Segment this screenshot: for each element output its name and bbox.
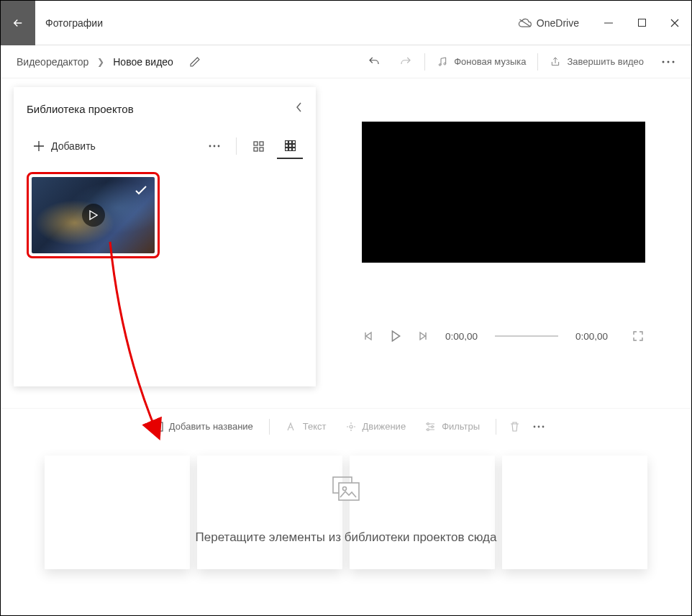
svg-rect-11 xyxy=(260,142,263,145)
svg-point-30 xyxy=(542,425,545,427)
main-area: Библиотека проектов Добавить xyxy=(1,78,691,392)
text-icon xyxy=(286,422,297,432)
expand-icon xyxy=(632,330,644,342)
more-horizontal-icon xyxy=(209,145,220,148)
time-current: 0:00,00 xyxy=(445,331,478,342)
svg-point-2 xyxy=(440,63,442,65)
svg-point-24 xyxy=(350,425,352,428)
close-button[interactable] xyxy=(658,1,691,45)
next-frame-button[interactable] xyxy=(418,331,428,341)
svg-rect-1 xyxy=(638,19,645,27)
playback-controls: 0:00,00 0:00,00 xyxy=(363,330,644,342)
more-horizontal-icon xyxy=(662,60,675,63)
rename-button[interactable] xyxy=(179,47,211,76)
minimize-icon xyxy=(604,19,613,27)
media-thumbnail[interactable] xyxy=(32,177,155,253)
collapse-library-button[interactable] xyxy=(296,101,303,116)
video-preview[interactable] xyxy=(362,122,645,263)
plus-icon xyxy=(34,141,44,151)
svg-point-9 xyxy=(218,145,220,148)
preview-pane: 0:00,00 0:00,00 xyxy=(316,78,691,392)
storyboard-slot[interactable] xyxy=(45,456,190,569)
grid-3x3-icon xyxy=(285,140,296,151)
maximize-icon xyxy=(638,19,646,27)
storyboard-slot[interactable] xyxy=(197,456,342,569)
filters-icon xyxy=(424,422,436,432)
motion-label: Движение xyxy=(363,421,406,432)
title-bar: Фотографии OneDrive xyxy=(1,1,691,45)
svg-point-28 xyxy=(534,425,536,427)
music-label: Фоновая музыка xyxy=(454,56,526,67)
back-button[interactable] xyxy=(1,1,35,45)
svg-point-8 xyxy=(214,145,216,148)
filters-button[interactable]: Фильтры xyxy=(417,417,487,436)
finish-video-button[interactable]: Завершить видео xyxy=(541,56,652,68)
close-icon xyxy=(670,19,679,27)
storyboard-slot[interactable] xyxy=(350,456,495,569)
add-title-card-button[interactable]: Добавить название xyxy=(143,417,260,436)
music-icon xyxy=(437,56,448,68)
svg-rect-18 xyxy=(288,144,291,147)
redo-icon xyxy=(399,55,412,68)
svg-rect-19 xyxy=(292,144,295,147)
svg-rect-15 xyxy=(288,140,291,143)
svg-rect-20 xyxy=(285,148,288,150)
undo-icon xyxy=(368,55,381,68)
onedrive-button[interactable]: OneDrive xyxy=(505,17,592,29)
svg-point-7 xyxy=(209,145,211,148)
arrow-left-icon xyxy=(12,17,24,30)
fullscreen-button[interactable] xyxy=(632,330,644,342)
redo-button[interactable] xyxy=(390,47,422,76)
more-horizontal-icon xyxy=(533,425,545,428)
check-icon xyxy=(135,186,147,196)
minimize-button[interactable] xyxy=(592,1,625,45)
finish-label: Завершить видео xyxy=(567,56,644,67)
text-button[interactable]: Текст xyxy=(278,417,334,436)
grid-small-button[interactable] xyxy=(277,133,303,159)
more-button[interactable] xyxy=(652,47,684,76)
app-title: Фотографии xyxy=(45,17,103,29)
svg-rect-14 xyxy=(285,140,288,143)
editor-toolbar: Видеоредактор ❯ Новое видео Фоновая музы… xyxy=(1,45,691,78)
chevron-left-icon xyxy=(296,101,303,113)
storyboard-empty-icon xyxy=(330,476,362,506)
background-music-button[interactable]: Фоновая музыка xyxy=(428,56,534,68)
library-title: Библиотека проектов xyxy=(27,103,134,115)
maximize-button[interactable] xyxy=(625,1,658,45)
play-icon xyxy=(391,330,401,342)
play-overlay xyxy=(82,204,105,227)
svg-rect-10 xyxy=(254,142,258,145)
breadcrumb-root-label: Видеоредактор xyxy=(17,56,88,68)
svg-rect-22 xyxy=(292,148,295,150)
svg-point-4 xyxy=(663,60,665,63)
media-thumbnail-highlight xyxy=(27,172,160,258)
svg-point-6 xyxy=(673,60,675,63)
undo-button[interactable] xyxy=(358,47,390,76)
svg-point-29 xyxy=(538,425,540,427)
motion-icon xyxy=(345,421,357,432)
add-label: Добавить xyxy=(51,140,96,152)
play-icon xyxy=(89,210,98,220)
library-more-button[interactable] xyxy=(201,133,227,159)
play-button[interactable] xyxy=(391,330,401,342)
breadcrumb-root[interactable]: Видеоредактор xyxy=(11,52,94,72)
storyboard[interactable]: Перетащите элементы из библиотеки проект… xyxy=(1,444,691,602)
storyboard-slot[interactable] xyxy=(502,456,647,569)
media-stack-icon xyxy=(330,476,362,503)
svg-rect-13 xyxy=(260,148,263,151)
grid-large-button[interactable] xyxy=(245,133,271,159)
delete-button[interactable] xyxy=(505,417,524,437)
add-media-button[interactable]: Добавить xyxy=(27,136,103,156)
trash-icon xyxy=(509,421,520,432)
storyboard-hint: Перетащите элементы из библиотеки проект… xyxy=(196,530,497,545)
motion-button[interactable]: Движение xyxy=(338,417,414,437)
project-library-panel: Библиотека проектов Добавить xyxy=(14,87,316,386)
separator xyxy=(537,53,538,71)
chevron-right-icon: ❯ xyxy=(94,57,107,67)
storyboard-more-button[interactable] xyxy=(529,421,549,432)
svg-point-26 xyxy=(432,425,434,427)
thumbnail-selected-check xyxy=(132,181,150,200)
timeline-scrubber[interactable] xyxy=(495,335,558,337)
filters-label: Фильтры xyxy=(442,421,480,432)
prev-frame-button[interactable] xyxy=(363,331,373,341)
